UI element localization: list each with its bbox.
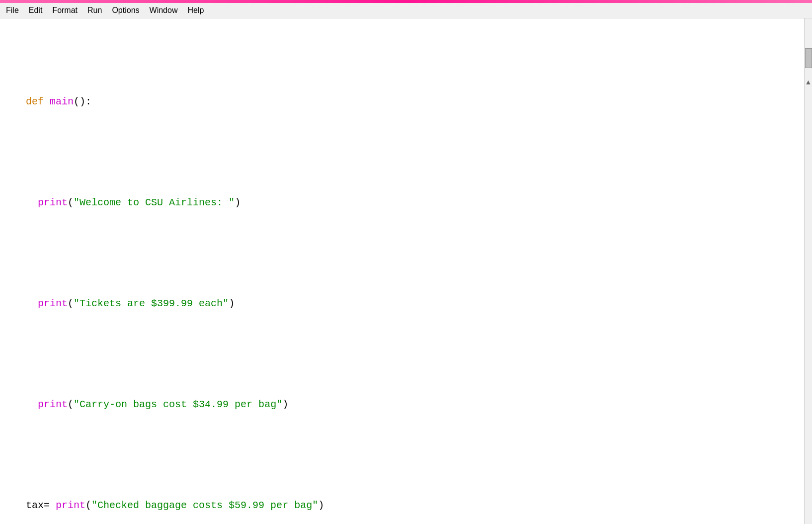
menu-options[interactable]: Options (107, 5, 144, 16)
code-line-5: tax= print("Checked baggage costs $59.99… (2, 484, 802, 524)
code-line-3: print("Tickets are $399.99 each") (2, 282, 802, 325)
menu-bar: File Edit Format Run Options Window Help (0, 3, 812, 18)
scrollbar-thumb[interactable]: ▲ (805, 48, 812, 68)
code-line-2: print("Welcome to CSU Airlines: ") (2, 181, 802, 224)
menu-format[interactable]: Format (47, 5, 82, 16)
menu-help[interactable]: Help (182, 5, 209, 16)
code-line-1: def main(): (2, 80, 802, 123)
menu-edit[interactable]: Edit (24, 5, 48, 16)
scrollbar[interactable]: ▲ (804, 18, 812, 524)
menu-window[interactable]: Window (145, 5, 183, 16)
menu-run[interactable]: Run (82, 5, 107, 16)
code-editor[interactable]: def main(): print("Welcome to CSU Airlin… (0, 18, 812, 524)
code-line-4: print("Carry-on bags cost $34.99 per bag… (2, 383, 802, 426)
menu-file[interactable]: File (1, 5, 24, 16)
